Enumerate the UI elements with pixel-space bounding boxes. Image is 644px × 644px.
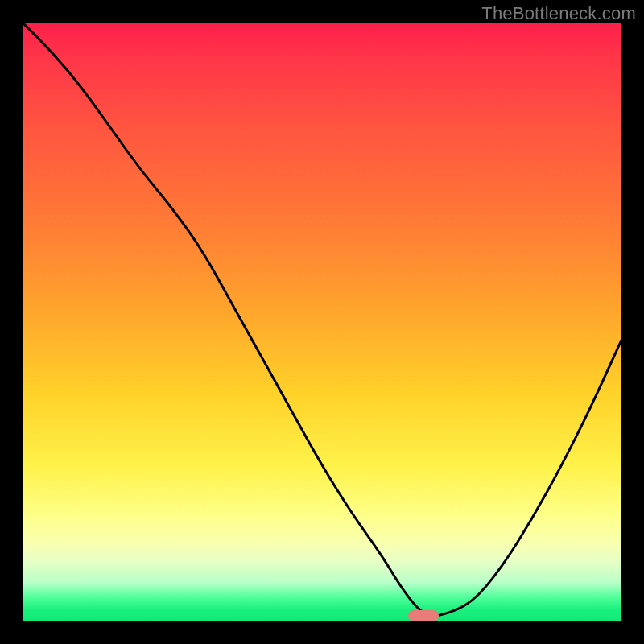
plot-area	[23, 23, 621, 621]
chart-frame: TheBottleneck.com	[0, 0, 644, 644]
optimal-marker	[408, 610, 439, 621]
curve-path	[23, 23, 621, 616]
bottleneck-curve	[23, 23, 621, 621]
watermark-text: TheBottleneck.com	[481, 3, 636, 24]
